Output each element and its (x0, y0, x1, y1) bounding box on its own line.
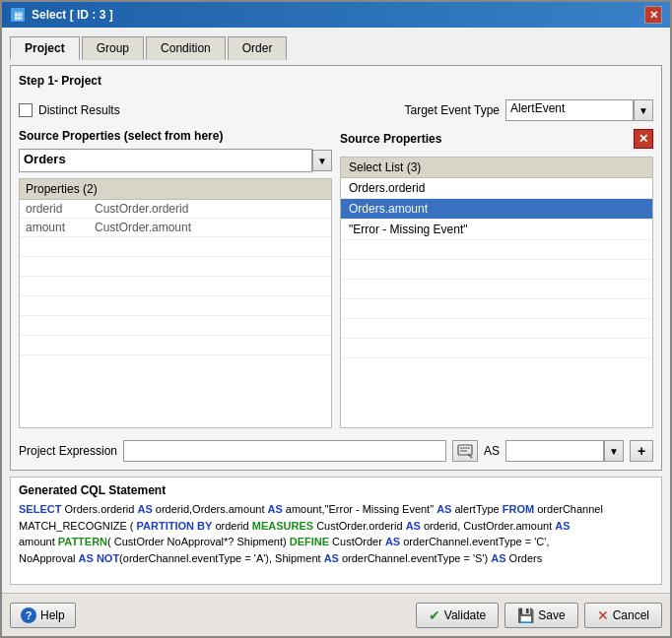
source-right-header: Source Properties ✕ (340, 129, 653, 151)
svg-rect-0 (458, 445, 472, 455)
empty-row (20, 257, 331, 277)
select-list: Select List (3) Orders.orderid Orders.am… (340, 157, 653, 428)
cancel-button[interactable]: ✕ Cancel (584, 603, 662, 628)
window-title: Select [ ID : 3 ] (32, 8, 113, 22)
empty-row (341, 280, 652, 299)
source-dropdown-btn[interactable]: ▼ (312, 150, 332, 171)
target-right: Target Event Type AlertEvent ▼ (404, 99, 653, 121)
row-col2: CustOrder.amount (95, 221, 325, 234)
as-input-wrap: ▼ (505, 440, 624, 462)
cancel-label: Cancel (613, 608, 649, 622)
list-item[interactable]: Orders.orderid (341, 178, 652, 199)
source-right-label: Source Properties (340, 132, 441, 146)
validate-label: Validate (444, 608, 486, 622)
main-panel: Step 1- Project Distinct Results Target … (10, 65, 662, 471)
properties-table: Properties (2) orderid CustOrder.orderid… (19, 178, 332, 428)
source-left-label: Source Properties (select from here) (19, 129, 332, 143)
title-bar: ▦ Select [ ID : 3 ] ✕ (2, 2, 670, 28)
target-label: Target Event Type (404, 103, 500, 117)
cql-section: Generated CQL Statement SELECT Orders.or… (10, 477, 662, 585)
empty-row (341, 339, 652, 358)
validate-icon: ✔ (429, 607, 440, 623)
list-item[interactable]: "Error - Missing Event" (341, 220, 652, 240)
empty-row (20, 296, 331, 316)
distinct-label: Distinct Results (38, 103, 120, 117)
list-item[interactable]: Orders.amount (341, 199, 652, 220)
expr-input[interactable] (123, 440, 446, 462)
tab-order[interactable]: Order (228, 36, 288, 60)
content-area: Project Group Condition Order Step 1- Pr… (2, 28, 670, 593)
cql-title: Generated CQL Statement (19, 483, 653, 497)
distinct-left: Distinct Results (19, 103, 120, 117)
col-left: Source Properties (select from here) Ord… (19, 129, 332, 428)
distinct-target-row: Distinct Results Target Event Type Alert… (19, 99, 653, 121)
help-button[interactable]: ? Help (10, 603, 76, 628)
two-col: Source Properties (select from here) Ord… (19, 129, 653, 428)
cql-text: SELECT Orders.orderid AS orderid,Orders.… (19, 501, 653, 566)
row-col1: orderid (26, 202, 95, 216)
row-col1: amount (26, 221, 95, 234)
empty-row (20, 277, 331, 296)
row-col2: CustOrder.orderid (95, 202, 325, 216)
title-bar-left: ▦ Select [ ID : 3 ] (10, 7, 113, 23)
expr-label: Project Expression (19, 444, 117, 458)
window-icon: ▦ (10, 7, 26, 23)
save-button[interactable]: 💾 Save (504, 603, 577, 628)
empty-row (341, 299, 652, 319)
properties-table-header: Properties (2) (20, 179, 331, 200)
table-row[interactable]: amount CustOrder.amount (20, 219, 331, 237)
add-expression-btn[interactable]: + (630, 440, 653, 462)
source-select[interactable]: Orders (19, 149, 312, 172)
save-label: Save (538, 608, 565, 622)
source-dropdown-wrap: Orders ▼ (19, 149, 332, 172)
validate-button[interactable]: ✔ Validate (416, 603, 499, 628)
empty-row (341, 240, 652, 260)
cancel-icon: ✕ (597, 607, 609, 623)
table-row[interactable]: orderid CustOrder.orderid (20, 200, 331, 219)
close-button[interactable]: ✕ (644, 6, 662, 24)
target-select-wrap: AlertEvent ▼ (505, 99, 653, 121)
action-buttons: ✔ Validate 💾 Save ✕ Cancel (416, 603, 662, 628)
as-label: AS (484, 444, 500, 458)
save-icon: 💾 (517, 607, 534, 623)
empty-row (20, 237, 331, 257)
target-dropdown-btn[interactable]: ▼ (634, 99, 653, 121)
target-event-input[interactable]: AlertEvent (505, 99, 634, 121)
select-list-header: Select List (3) (341, 158, 652, 178)
empty-row (341, 260, 652, 280)
tab-condition[interactable]: Condition (146, 36, 226, 60)
help-label: Help (40, 608, 65, 622)
as-dropdown-btn[interactable]: ▼ (604, 440, 624, 462)
help-icon: ? (21, 607, 36, 623)
step-label: Step 1- Project (19, 74, 653, 88)
main-window: ▦ Select [ ID : 3 ] ✕ Project Group Cond… (0, 0, 672, 638)
empty-row (341, 319, 652, 339)
delete-button[interactable]: ✕ (634, 129, 653, 149)
distinct-checkbox[interactable] (19, 103, 33, 117)
expr-icon-btn[interactable] (452, 440, 478, 462)
as-input[interactable] (505, 440, 604, 462)
tab-project[interactable]: Project (10, 36, 80, 60)
tab-bar: Project Group Condition Order (10, 35, 662, 59)
project-expression-row: Project Expression AS ▼ + (19, 440, 653, 462)
col-right: Source Properties ✕ Select List (3) Orde… (340, 129, 653, 428)
empty-row (20, 336, 331, 355)
tab-group[interactable]: Group (82, 36, 144, 60)
empty-row (20, 316, 331, 336)
bottom-bar: ? Help ✔ Validate 💾 Save ✕ Cancel (2, 593, 670, 636)
